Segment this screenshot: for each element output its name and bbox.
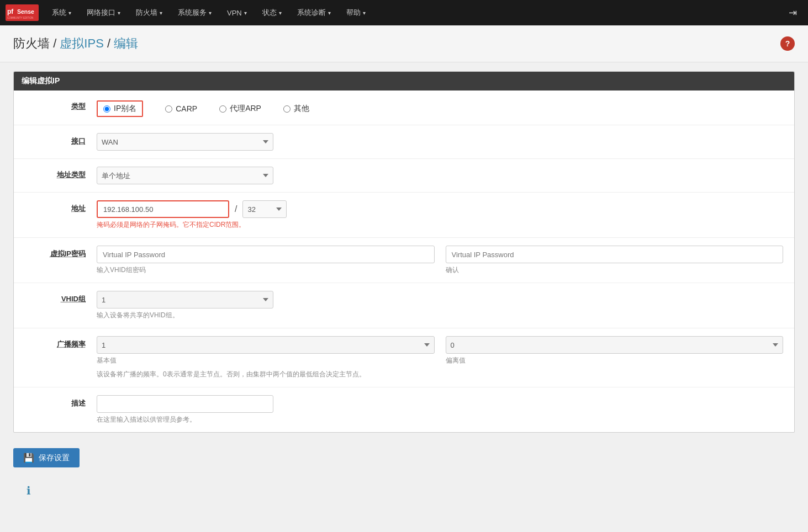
address-row: 地址 / 32 31 30 29 28 24 掩 [14, 193, 794, 238]
password-fields-row: 输入VHID组密码 确认 [97, 246, 783, 275]
panel-body: 类型 IP别名 CARP [14, 91, 794, 432]
description-content: 在这里输入描述以供管理员参考。 [97, 395, 783, 424]
radio-carp[interactable]: CARP [165, 104, 197, 113]
nav-status[interactable]: 状态 ▾ [255, 0, 289, 25]
breadcrumb-firewall: 防火墙 [13, 36, 50, 50]
advert-skew-col: 0 1 2 偏离值 [446, 336, 784, 365]
panel-heading: 编辑虚拟IP [14, 72, 794, 91]
vhid-row: VHID组 1 2 3 4 5 输入设备将共享的VHID组。 [14, 283, 794, 328]
vhid-help: 输入设备将共享的VHID组。 [97, 311, 783, 320]
description-input[interactable] [97, 395, 273, 413]
advert-skew-help: 偏离值 [446, 356, 784, 365]
advert-fields: 1 2 3 基本值 0 1 2 偏离值 [97, 336, 783, 365]
svg-text:Sense: Sense [17, 8, 34, 15]
advert-base-select[interactable]: 1 2 3 [97, 336, 435, 354]
advert-base-col: 1 2 3 基本值 [97, 336, 435, 365]
address-type-select[interactable]: 单个地址 网络 [97, 167, 273, 184]
interface-select[interactable]: WAN LAN OPT1 [97, 133, 273, 151]
interface-content: WAN LAN OPT1 [97, 133, 783, 151]
save-button[interactable]: 💾 保存设置 [13, 448, 80, 467]
caret-icon: ▾ [244, 10, 247, 16]
address-type-content: 单个地址 网络 [97, 167, 783, 184]
type-radio-group: IP别名 CARP 代理ARP 其他 [97, 98, 783, 117]
save-icon: 💾 [23, 453, 34, 463]
nav-services[interactable]: 系统服务 ▾ [170, 0, 219, 25]
radio-ip-alias-box: IP别名 [97, 100, 143, 117]
bottom-info-icon[interactable]: ℹ [13, 478, 795, 503]
address-type-label: 地址类型 [25, 167, 97, 180]
nav-vpn[interactable]: VPN ▾ [219, 0, 255, 25]
radio-carp-input[interactable] [165, 105, 172, 113]
nav-system[interactable]: 系统 ▾ [44, 0, 79, 25]
advert-skew-select[interactable]: 0 1 2 [446, 336, 784, 354]
vhid-select[interactable]: 1 2 3 4 5 [97, 291, 273, 308]
address-help-text: 掩码必须是网络的子网掩码。它不指定CIDR范围。 [97, 220, 783, 230]
save-section: 💾 保存设置 [13, 444, 795, 478]
type-content: IP别名 CARP 代理ARP 其他 [97, 98, 783, 117]
radio-ip-alias-label: IP别名 [114, 104, 136, 114]
edit-panel: 编辑虚拟IP 类型 IP别名 CARP [13, 71, 795, 433]
logout-button[interactable]: ⇥ [783, 0, 802, 25]
nav-help[interactable]: 帮助 ▾ [339, 0, 373, 25]
caret-icon: ▾ [209, 10, 212, 16]
address-type-row: 地址类型 单个地址 网络 [14, 159, 794, 193]
vip-password-row: 虚拟IP密码 输入VHID组密码 确认 [14, 238, 794, 283]
caret-icon: ▾ [118, 10, 120, 16]
radio-proxy-arp-input[interactable] [219, 105, 226, 113]
slash-separator: / [235, 204, 237, 214]
nav-firewall[interactable]: 防火墙 ▾ [128, 0, 170, 25]
svg-text:pf: pf [7, 8, 14, 15]
radio-ip-alias-input[interactable] [103, 105, 110, 113]
address-input[interactable] [97, 200, 229, 218]
radio-other-label: 其他 [294, 104, 309, 114]
save-label: 保存设置 [39, 453, 70, 463]
advert-full-help: 该设备将广播的频率。0表示通常是主节点。否则，由集群中两个值的最低组合决定主节点… [97, 370, 783, 379]
vhid-label: VHID组 [25, 291, 97, 304]
radio-proxy-arp-label: 代理ARP [230, 104, 261, 114]
type-label: 类型 [25, 98, 97, 111]
vhid-content: 1 2 3 4 5 输入设备将共享的VHID组。 [97, 291, 783, 320]
type-row: 类型 IP别名 CARP [14, 91, 794, 125]
logout-icon: ⇥ [789, 7, 797, 19]
brand-logo[interactable]: pf Sense COMMUNITY EDITION [6, 3, 39, 23]
vip-password-confirm-input[interactable] [446, 246, 784, 263]
description-help: 在这里输入描述以供管理员参考。 [97, 415, 783, 424]
advert-label: 广播频率 [25, 336, 97, 349]
caret-icon: ▾ [160, 10, 162, 16]
password-col-confirm: 确认 [446, 246, 784, 275]
advert-content: 1 2 3 基本值 0 1 2 偏离值 [97, 336, 783, 379]
address-label: 地址 [25, 200, 97, 214]
info-icon: ℹ [27, 485, 31, 497]
description-label: 描述 [25, 395, 97, 408]
mask-select[interactable]: 32 31 30 29 28 24 [242, 200, 287, 218]
vip-password-help: 输入VHID组密码 [97, 265, 435, 275]
address-content: / 32 31 30 29 28 24 掩码必须是网络的子网掩码。它不指定CID… [97, 200, 783, 230]
breadcrumb-edit: 编辑 [114, 36, 138, 50]
vip-password-label: 虚拟IP密码 [25, 246, 97, 259]
address-input-row: / 32 31 30 29 28 24 [97, 200, 783, 218]
radio-ip-alias[interactable]: IP别名 [97, 100, 143, 117]
breadcrumb-virtual-ips[interactable]: 虚拟IPS [60, 36, 103, 50]
caret-icon: ▾ [279, 10, 282, 16]
vip-password-content: 输入VHID组密码 确认 [97, 246, 783, 275]
main-content: 编辑虚拟IP 类型 IP别名 CARP [0, 62, 808, 512]
nav-network[interactable]: 网络接口 ▾ [79, 0, 128, 25]
breadcrumb-bar: 防火墙 / 虚拟IPS / 编辑 ? [0, 25, 808, 62]
help-button[interactable]: ? [780, 36, 795, 51]
advert-row: 广播频率 1 2 3 基本值 0 [14, 328, 794, 387]
radio-other[interactable]: 其他 [283, 104, 309, 114]
caret-icon: ▾ [68, 10, 71, 16]
interface-label: 接口 [25, 133, 97, 146]
password-col-main: 输入VHID组密码 [97, 246, 435, 275]
radio-proxy-arp[interactable]: 代理ARP [219, 104, 261, 114]
navbar: pf Sense COMMUNITY EDITION 系统 ▾ 网络接口 ▾ 防… [0, 0, 808, 25]
vip-password-confirm-help: 确认 [446, 265, 784, 275]
caret-icon: ▾ [363, 10, 366, 16]
interface-row: 接口 WAN LAN OPT1 [14, 125, 794, 159]
radio-other-input[interactable] [283, 105, 291, 113]
caret-icon: ▾ [328, 10, 331, 16]
vip-password-input[interactable] [97, 246, 435, 263]
nav-diag[interactable]: 系统诊断 ▾ [289, 0, 339, 25]
radio-carp-label: CARP [176, 104, 197, 113]
advert-base-help: 基本值 [97, 356, 435, 365]
